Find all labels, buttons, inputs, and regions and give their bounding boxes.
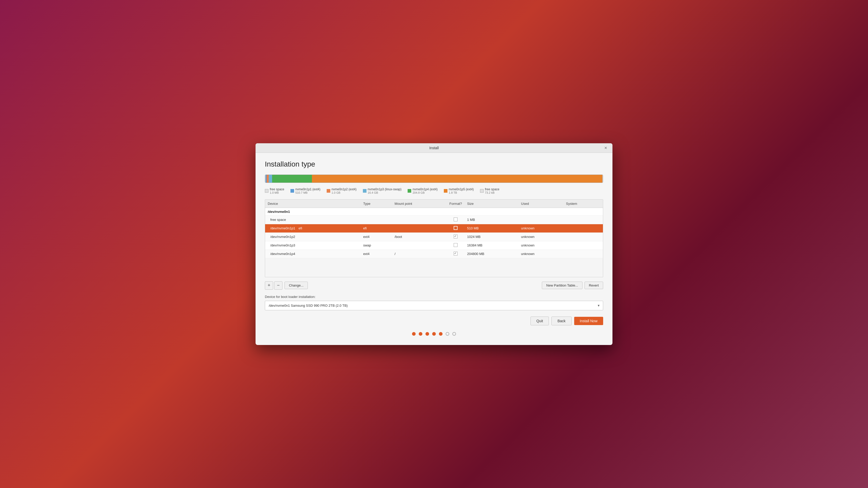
format-checkbox[interactable]	[454, 243, 458, 247]
cell-used: unknown	[519, 249, 564, 258]
table-header-row: Device Type Mount point Format? Size Use…	[265, 200, 603, 208]
revert-button[interactable]: Revert	[585, 282, 603, 289]
cell-system	[563, 241, 603, 249]
cell-type	[361, 215, 392, 224]
progress-dot-6	[446, 332, 449, 336]
legend-ext4-boot: nvme0n1p2 (ext4) 1.0 GB	[327, 187, 356, 194]
table-row[interactable]: /dev/nvme0n1p1 efi efi 510 MB unknown	[265, 224, 603, 233]
cell-device: free space	[265, 215, 361, 224]
legend-swap: nvme0n1p3 (linux-swap) 16.4 GB	[363, 187, 402, 194]
cell-mount	[392, 215, 447, 224]
cell-type	[361, 208, 392, 215]
legend-label-swap: nvme0n1p3 (linux-swap)	[368, 187, 402, 191]
back-button[interactable]: Back	[551, 316, 571, 325]
cell-size	[465, 208, 519, 215]
cell-format[interactable]	[447, 224, 465, 233]
install-now-button[interactable]: Install Now	[574, 317, 603, 325]
cell-type: ext4	[361, 233, 392, 241]
seg-ext4-large	[312, 175, 602, 183]
col-type: Type	[361, 200, 392, 208]
legend-color-free-end	[480, 189, 484, 193]
progress-dot-3	[426, 332, 429, 336]
legend-color-ext4-large	[444, 189, 447, 193]
legend-color-ext4-root	[408, 189, 411, 193]
cell-device: /dev/nvme0n1	[265, 208, 361, 215]
cell-format[interactable]	[447, 249, 465, 258]
cell-system	[563, 224, 603, 233]
progress-dot-5	[439, 332, 442, 336]
cell-size: 510 MB	[465, 224, 519, 233]
col-device: Device	[265, 200, 361, 208]
install-window: Install × Installation type free space	[255, 143, 613, 345]
legend-label-free-start: free space	[270, 187, 284, 191]
cell-mount	[392, 224, 447, 233]
legend-sub-free-start: 1.0 MB	[270, 191, 284, 194]
cell-system	[563, 249, 603, 258]
format-checkbox[interactable]	[454, 235, 458, 239]
col-used: Used	[519, 200, 564, 208]
cell-used: unknown	[519, 233, 564, 241]
change-partition-button[interactable]: Change...	[284, 282, 308, 289]
bootloader-section: Device for boot loader installation: /de…	[265, 295, 603, 310]
remove-partition-button[interactable]: −	[274, 281, 282, 289]
format-checkbox[interactable]	[454, 217, 458, 221]
legend-color-efi	[290, 189, 294, 193]
cell-used: unknown	[519, 241, 564, 249]
cell-mount: /	[392, 249, 447, 258]
progress-dot-7	[452, 332, 456, 336]
cell-size: 204800 MB	[465, 249, 519, 258]
cell-mount	[392, 241, 447, 249]
bottom-actions: Quit Back Install Now	[265, 316, 603, 325]
add-partition-button[interactable]: +	[265, 281, 273, 289]
close-button[interactable]: ×	[603, 145, 608, 151]
seg-ext4-root	[272, 175, 312, 183]
bootloader-label: Device for boot loader installation:	[265, 295, 603, 299]
quit-button[interactable]: Quit	[530, 316, 549, 325]
seg-free-end	[602, 175, 603, 183]
table-row[interactable]: /dev/nvme0n1p3 swap 16384 MB unknown	[265, 241, 603, 249]
col-size: Size	[465, 200, 519, 208]
cell-mount: /boot	[392, 233, 447, 241]
cell-device: /dev/nvme0n1p2	[265, 233, 361, 241]
partition-table-wrap: Device Type Mount point Format? Size Use…	[265, 200, 603, 277]
bootloader-select-wrap: /dev/nvme0n1 Samsung SSD 990 PRO 2TB (2.…	[265, 301, 603, 310]
cell-used	[519, 208, 564, 215]
cell-used: unknown	[519, 224, 564, 233]
table-row[interactable]: free space 1 MB	[265, 215, 603, 224]
cell-type: efi	[361, 224, 392, 233]
cell-format[interactable]	[447, 215, 465, 224]
cell-device: /dev/nvme0n1p1 efi	[265, 224, 361, 233]
legend-label-efi: nvme0n1p1 (ext4)	[296, 187, 320, 191]
cell-format[interactable]	[447, 241, 465, 249]
window-title: Install	[429, 146, 439, 150]
new-partition-table-button[interactable]: New Partition Table...	[542, 282, 583, 289]
progress-dot-1	[412, 332, 416, 336]
progress-dots	[265, 328, 603, 338]
table-row[interactable]: /dev/nvme0n1	[265, 208, 603, 215]
cell-format[interactable]	[447, 233, 465, 241]
cell-size: 1024 MB	[465, 233, 519, 241]
legend-sub-ext4-boot: 1.0 GB	[332, 191, 356, 194]
progress-dot-2	[419, 332, 422, 336]
partition-bar	[265, 175, 603, 183]
cell-device: /dev/nvme0n1p3	[265, 241, 361, 249]
col-mount: Mount point	[392, 200, 447, 208]
legend-color-swap	[363, 189, 367, 193]
cell-mount	[392, 208, 447, 215]
legend-color-free-start	[265, 189, 269, 193]
format-checkbox[interactable]	[454, 252, 458, 255]
partition-legend: free space 1.0 MB nvme0n1p1 (ext4) 510.7…	[265, 187, 603, 194]
legend-free-start: free space 1.0 MB	[265, 187, 284, 194]
table-row[interactable]: /dev/nvme0n1p2 ext4 /boot 1024 MB unknow…	[265, 233, 603, 241]
cell-size: 1 MB	[465, 215, 519, 224]
legend-label-ext4-root: nvme0n1p4 (ext4)	[412, 187, 438, 191]
legend-ext4-large: nvme0n1p5 (ext4) 1.8 TB	[444, 187, 474, 194]
format-checkbox[interactable]	[454, 226, 458, 230]
table-row[interactable]: /dev/nvme0n1p4 ext4 / 204800 MB unknown	[265, 249, 603, 258]
legend-ext4-root: nvme0n1p4 (ext4) 204.8 GB	[408, 187, 438, 194]
legend-sub-free-end: 73.2 kB	[485, 191, 499, 194]
bootloader-select[interactable]: /dev/nvme0n1 Samsung SSD 990 PRO 2TB (2.…	[265, 301, 603, 310]
legend-sub-ext4-large: 1.8 TB	[449, 191, 474, 194]
legend-sub-swap: 16.4 GB	[368, 191, 402, 194]
legend-label-ext4-boot: nvme0n1p2 (ext4)	[332, 187, 356, 191]
